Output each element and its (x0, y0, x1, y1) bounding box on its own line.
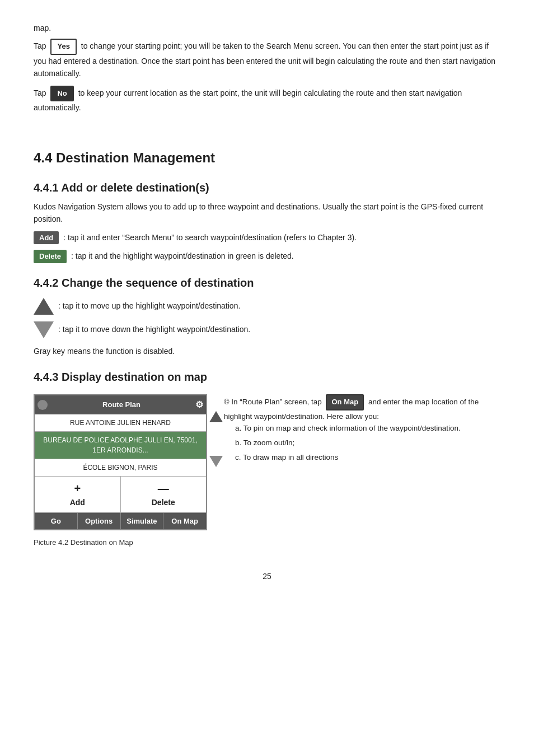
list-a-label: a. (235, 424, 243, 432)
route-row-3: ÉCOLE BIGNON, PARIS (35, 459, 206, 477)
right-description: © In “Route Plan” screen, tap On Map and… (224, 394, 500, 465)
circle-symbol: © (224, 398, 229, 406)
display-section: Route Plan ⚙ RUE ANTOINE JULIEN HENARD B… (34, 394, 500, 531)
list-a-text: To pin on map and check information of t… (243, 424, 461, 432)
list-item-b: b. To zoom out/in; (235, 437, 500, 449)
tap-no-prefix: Tap (34, 88, 48, 97)
add-description: : tap it and enter “Search Menu” to sear… (63, 232, 357, 244)
up-arrow-icon[interactable] (34, 298, 54, 315)
route-plan-header: Route Plan ⚙ (35, 395, 206, 414)
list-item-a: a. To pin on map and check information o… (235, 422, 500, 435)
options-btn[interactable]: Options (78, 513, 121, 530)
gear-icon[interactable]: ⚙ (195, 398, 203, 412)
delete-btn-row: Delete : tap it and the highlight waypoi… (34, 250, 500, 263)
up-arrow-desc: : tap it to move up the highlight waypoi… (58, 300, 240, 312)
no-description: to keep your current location as the sta… (34, 88, 462, 113)
section-441-intro: Kudos Navigation System allows you to ad… (34, 200, 500, 226)
go-btn[interactable]: Go (35, 513, 78, 530)
down-arrow-desc: : tap it to move down the highlight wayp… (58, 324, 250, 335)
map-text: map. (34, 22, 500, 34)
yes-button[interactable]: Yes (50, 39, 76, 55)
page-number: 25 (34, 571, 500, 582)
yes-paragraph: Tap Yes to change your starting point; y… (34, 39, 500, 80)
route-row-1: RUE ANTOINE JULIEN HENARD (35, 414, 206, 432)
route-row-2: BUREAU DE POLICE ADOLPHE JULLI EN, 75001… (35, 432, 206, 459)
add-button[interactable]: Add (34, 231, 59, 245)
delete-action-btn[interactable]: — Delete (121, 477, 207, 512)
up-arrow-row: : tap it to move up the highlight waypoi… (34, 298, 500, 315)
simulate-btn[interactable]: Simulate (121, 513, 164, 530)
route-plan-container: Route Plan ⚙ RUE ANTOINE JULIEN HENARD B… (34, 394, 207, 531)
route-plan-box: Route Plan ⚙ RUE ANTOINE JULIEN HENARD B… (34, 394, 207, 531)
list-b-text: To zoom out/in; (243, 438, 295, 447)
section-44-heading: 4.4 Destination Management (34, 148, 500, 168)
list-c-label: c. (235, 453, 243, 461)
delete-action-label: Delete (152, 498, 175, 507)
down-arrow-row: : tap it to move down the highlight wayp… (34, 321, 500, 338)
on-map-inline-btn[interactable]: On Map (326, 394, 364, 410)
route-plan-title: Route Plan (102, 399, 140, 410)
delete-description: : tap it and the highlight waypoint/dest… (71, 250, 294, 262)
add-action-btn[interactable]: + Add (35, 477, 121, 512)
side-down-arrow[interactable] (209, 456, 223, 467)
no-button[interactable]: No (50, 86, 73, 102)
desc-main-label: In “Route Plan” screen, tap (231, 398, 321, 406)
section-442-heading: 4.4.2 Change the sequence of destination (34, 274, 500, 291)
circle-icon (38, 400, 48, 410)
list-item-c: c. To draw map in all directions (235, 451, 500, 464)
add-btn-row: Add : tap it and enter “Search Menu” to … (34, 231, 500, 245)
yes-description: to change your starting point; you will … (34, 41, 495, 78)
tap-yes-prefix: Tap (34, 41, 48, 50)
add-action-label: Add (70, 498, 85, 507)
on-map-btn[interactable]: On Map (163, 513, 206, 530)
list-b-label: b. (235, 438, 243, 447)
delete-button[interactable]: Delete (34, 250, 67, 263)
gray-key-note: Gray key means the function is disabled. (34, 345, 500, 357)
list-c-text: To draw map in all directions (243, 453, 338, 461)
down-arrow-icon[interactable] (34, 321, 54, 338)
picture-caption: Picture 4.2 Destination on Map (34, 537, 500, 548)
no-paragraph: Tap No to keep your current location as … (34, 86, 500, 114)
side-up-arrow[interactable] (209, 411, 223, 422)
route-actions: + Add — Delete (35, 477, 206, 512)
desc-main-line: © In “Route Plan” screen, tap On Map and… (224, 394, 500, 422)
side-arrows (209, 411, 223, 467)
section-441-heading: 4.4.1 Add or delete destination(s) (34, 179, 500, 196)
section-443-heading: 4.4.3 Display destination on map (34, 368, 500, 385)
route-bottom: Go Options Simulate On Map (35, 512, 206, 530)
